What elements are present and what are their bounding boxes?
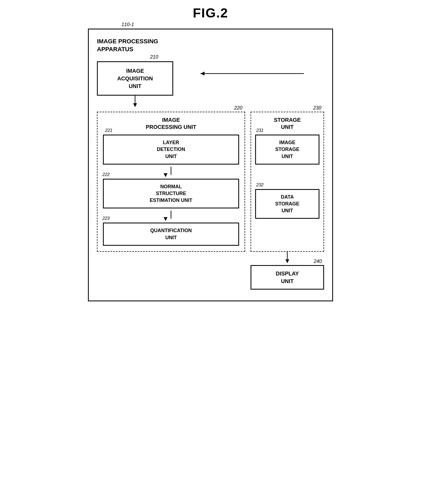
unit-222-ref: 222	[102, 172, 110, 177]
data-storage-box: DATASTORAGEUNIT	[255, 189, 319, 219]
acquisition-unit-box: IMAGEACQUISITIONUNIT	[97, 61, 173, 96]
acquisition-ref: 210	[150, 54, 158, 60]
apparatus-label: IMAGE PROCESSINGAPPARATUS	[97, 38, 324, 53]
display-ref: 240	[314, 259, 322, 264]
page-container: FIG.2 110-1 IMAGE PROCESSINGAPPARATUS 21…	[88, 5, 333, 301]
arrow-storage-to-display	[251, 252, 324, 264]
acquisition-unit-label: IMAGEACQUISITIONUNIT	[117, 68, 153, 89]
main-ref-label: 110-1	[121, 22, 134, 28]
quantification-box: QUANTIFICATIONUNIT	[103, 223, 239, 245]
svg-marker-3	[133, 103, 137, 107]
arrow-acq-to-processing	[97, 96, 173, 108]
arrow-221-to-222	[103, 167, 239, 178]
processing-ref: 220	[234, 105, 242, 111]
image-storage-box: IMAGESTORAGEUNIT	[255, 135, 319, 165]
layer-detection-box: LAYERDETECTIONUNIT	[103, 135, 239, 165]
figure-title: FIG.2	[88, 5, 333, 20]
svg-marker-1	[200, 72, 205, 75]
storage-ref: 230	[313, 105, 321, 111]
normal-structure-box: NORMALSTRUCTUREESTIMATION UNIT	[103, 179, 239, 209]
processing-unit-label: IMAGEPROCESSING UNIT	[103, 116, 239, 130]
arrow-222-to-223	[103, 211, 239, 221]
unit-231-ref: 231	[256, 128, 264, 133]
top-right-arrow	[173, 61, 324, 86]
display-unit-box: DISPLAYUNIT	[251, 265, 324, 290]
unit-223-ref: 223	[102, 216, 110, 221]
svg-marker-9	[285, 259, 289, 263]
unit-232-ref: 232	[256, 183, 264, 187]
storage-unit-dashed-box: 230 STORAGEUNIT 231 IMAGESTORAGEUNIT 232…	[251, 112, 324, 252]
unit-221-ref: 221	[105, 128, 112, 133]
processing-unit-dashed-box: 220 IMAGEPROCESSING UNIT 221 LAYERDETECT…	[97, 112, 245, 252]
svg-marker-7	[164, 217, 167, 221]
svg-marker-5	[164, 173, 167, 177]
storage-unit-label: STORAGEUNIT	[255, 116, 319, 130]
outer-apparatus-box: 110-1 IMAGE PROCESSINGAPPARATUS 210 IMAG…	[88, 29, 333, 301]
